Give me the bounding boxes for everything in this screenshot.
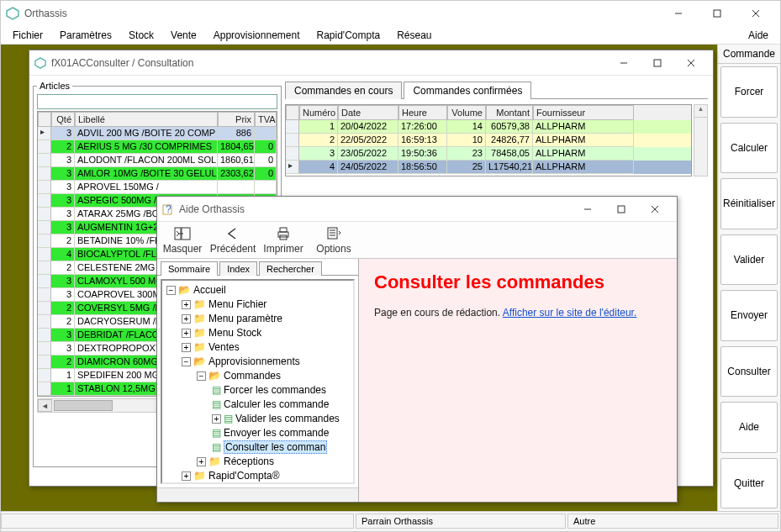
row-selector[interactable] [286, 134, 299, 147]
child-maximize-button[interactable] [641, 51, 674, 75]
row-selector[interactable] [38, 167, 51, 181]
row-selector[interactable] [38, 194, 51, 208]
row-selector[interactable] [38, 275, 51, 288]
collapse-icon[interactable]: − [182, 357, 191, 366]
tab-index[interactable]: Index [219, 261, 257, 276]
collapse-icon[interactable]: − [197, 371, 206, 381]
help-maximize-button[interactable] [604, 198, 638, 221]
help-precedent-button[interactable]: Précédent [211, 224, 255, 256]
expand-icon[interactable]: + [182, 329, 191, 338]
row-selector[interactable] [38, 302, 51, 315]
tree-hscrollbar[interactable] [157, 487, 358, 502]
col-libelle[interactable]: Libellé [75, 112, 218, 127]
close-button[interactable] [736, 1, 775, 26]
tree-menu-parametre[interactable]: Menu paramètre [208, 313, 282, 324]
row-selector[interactable] [38, 382, 51, 396]
row-selector[interactable] [38, 221, 51, 234]
tree-menu-stock[interactable]: Menu Stock [208, 327, 261, 339]
row-selector[interactable] [38, 261, 51, 275]
tree-receptions[interactable]: Réceptions [224, 456, 274, 467]
tree-calculer-commandes[interactable]: Calculer les commande [224, 398, 329, 410]
help-tree[interactable]: −📂Accueil +📁Menu Fichier +📁Menu paramètr… [161, 279, 355, 484]
collapse-icon[interactable]: − [166, 286, 176, 295]
row-selector[interactable] [38, 181, 51, 194]
row-selector[interactable] [286, 147, 299, 161]
col-date[interactable]: Date [338, 105, 398, 120]
table-row[interactable]: 222/05/202216:59:131024826,77ALLPHARM [286, 134, 691, 147]
help-close-button[interactable] [638, 198, 672, 221]
col-qte[interactable]: Qté [51, 112, 75, 127]
menu-approvisionnement[interactable]: Approvisionnement [205, 28, 309, 43]
row-selector[interactable] [38, 234, 51, 248]
menu-aide[interactable]: Aide [740, 28, 777, 43]
tree-envoyer-commandes[interactable]: Envoyer les commande [224, 427, 329, 439]
menu-stock[interactable]: Stock [120, 28, 162, 43]
table-row[interactable]: 120/04/202217:26:001460579,38ALLPHARM [286, 120, 691, 134]
expand-icon[interactable]: + [182, 343, 191, 352]
tree-menu-fichier[interactable]: Menu Fichier [208, 298, 266, 310]
expand-icon[interactable]: + [182, 300, 191, 309]
consulter-button[interactable]: Consulter [720, 346, 778, 398]
expand-icon[interactable]: + [212, 414, 221, 424]
orders-vscrollbar[interactable]: ▲ [694, 104, 708, 176]
help-editor-link[interactable]: Afficher sur le site de l'éditeur. [503, 307, 637, 319]
expand-icon[interactable]: + [182, 314, 191, 324]
col-montant[interactable]: Montant [486, 105, 533, 120]
tree-commandes[interactable]: Commandes [224, 370, 281, 382]
col-volume[interactable]: Volume [447, 105, 486, 120]
reinitialiser-button[interactable]: Réinitialiser [720, 178, 778, 229]
help-masquer-button[interactable]: Masquer [161, 224, 204, 256]
aide-button[interactable]: Aide [720, 402, 778, 453]
expand-icon[interactable]: + [197, 457, 206, 466]
row-selector[interactable] [38, 127, 51, 140]
row-selector[interactable] [38, 208, 51, 221]
row-selector[interactable] [38, 288, 51, 302]
tab-rechercher[interactable]: Rechercher [259, 261, 322, 276]
row-selector[interactable] [286, 120, 299, 134]
envoyer-button[interactable]: Envoyer [720, 290, 778, 341]
help-imprimer-button[interactable]: Imprimer [261, 224, 305, 256]
table-row[interactable]: 3ADVIL 200 MG /BOITE 20 COMP886 [38, 127, 277, 140]
calculer-button[interactable]: Calculer [720, 123, 778, 174]
table-row[interactable]: 3AMLOR 10MG /BOITE 30 GELUL2303,620 [38, 167, 277, 181]
tree-accueil[interactable]: Accueil [193, 284, 226, 296]
row-selector[interactable] [38, 154, 51, 167]
help-options-button[interactable]: Options [312, 224, 356, 256]
expand-icon[interactable]: + [182, 471, 191, 481]
row-selector[interactable] [38, 369, 51, 382]
col-heure[interactable]: Heure [398, 105, 447, 120]
tab-commandes-confirmees[interactable]: Commandes confirmées [404, 82, 531, 99]
child-minimize-button[interactable] [607, 51, 641, 75]
scroll-left-icon[interactable]: ◄ [38, 399, 52, 412]
tab-sommaire[interactable]: Sommaire [161, 261, 218, 276]
menu-rapidcompta[interactable]: Rapid'Compta [309, 28, 389, 43]
valider-button[interactable]: Valider [720, 234, 778, 286]
row-selector[interactable] [38, 342, 51, 356]
tree-approvisionnements[interactable]: Approvisionnements [208, 356, 300, 367]
maximize-button[interactable] [698, 1, 736, 26]
tree-ventes[interactable]: Ventes [208, 341, 240, 353]
table-row[interactable]: 2AERIUS 5 MG /30 COMPRIMES1804,650 [38, 140, 277, 154]
col-tva[interactable]: TVA [255, 112, 277, 127]
tree-forcer-commandes[interactable]: Forcer les commandes [224, 384, 326, 396]
forcer-button[interactable]: Forcer [720, 66, 778, 118]
menu-reseau[interactable]: Réseau [388, 28, 440, 43]
table-row[interactable]: 3ALODONT /FLACON 200ML SOL1860,610 [38, 154, 277, 167]
tree-valider-commandes[interactable]: Valider les commandes [235, 413, 340, 424]
table-row[interactable]: 323/05/202219:50:362378458,05ALLPHARM [286, 147, 691, 161]
tree-rapidcompta[interactable]: Rapid'Compta® [208, 470, 280, 482]
quitter-button[interactable]: Quitter [720, 458, 778, 509]
table-row[interactable]: 424/05/202218:56:5025L17540,21ALLPHARM [286, 161, 691, 174]
col-numero[interactable]: Numéro [299, 105, 338, 120]
row-selector[interactable] [38, 248, 51, 261]
menu-vente[interactable]: Vente [162, 28, 205, 43]
articles-filter-input[interactable] [37, 94, 277, 109]
minimize-button[interactable] [659, 1, 698, 26]
child-close-button[interactable] [674, 51, 708, 75]
row-selector[interactable] [38, 315, 51, 329]
tree-consulter-commandes[interactable]: Consulter les comman [224, 440, 327, 454]
table-row[interactable]: 3APROVEL 150MG / [38, 181, 277, 194]
menu-parametres[interactable]: Paramètres [51, 28, 120, 43]
help-minimize-button[interactable] [571, 198, 604, 221]
row-selector[interactable] [38, 140, 51, 154]
